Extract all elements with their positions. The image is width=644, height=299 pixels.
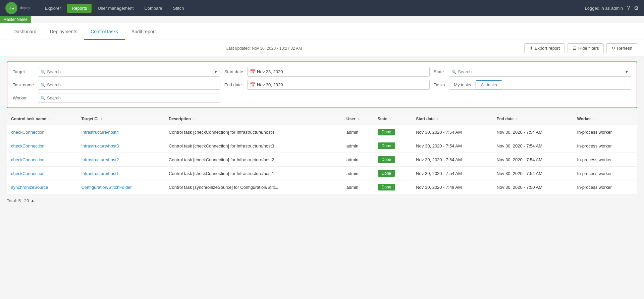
target-ci-link[interactable]: Infrastructure/host4 — [81, 130, 119, 135]
worker-input[interactable] — [38, 93, 220, 103]
filters-box: Target 🔍 ▼ Start date 📅 State 🔍 ▼ Task n… — [7, 61, 637, 108]
cell-description: Control task [synchronizeSource] for Con… — [165, 180, 342, 194]
sort-icon-task-name: ↕ — [48, 117, 50, 121]
cell-user: admin — [342, 167, 374, 180]
col-start-date[interactable]: Start date ↓ — [412, 113, 492, 125]
col-target-ci[interactable]: Target CI ↕ — [77, 113, 165, 125]
col-worker[interactable]: Worker ↕ — [573, 113, 637, 125]
cell-start-date: Nov 30, 2020 - 7:54 AM — [412, 153, 492, 167]
help-icon[interactable]: ? — [627, 5, 630, 11]
my-tasks-button[interactable]: My tasks — [449, 80, 476, 89]
cell-state: Done — [374, 153, 412, 167]
target-search-icon: 🔍 — [41, 70, 46, 74]
task-name-link[interactable]: checkConnection — [11, 130, 45, 135]
svg-text:d.ai: d.ai — [9, 7, 14, 10]
nav-item-reports[interactable]: Reports — [67, 4, 92, 13]
end-date-wrap: 📅 — [247, 80, 430, 90]
cell-target-ci: Infrastructure/host3 — [77, 139, 165, 153]
hide-filters-label: Hide filters — [578, 46, 599, 51]
state-badge: Done — [378, 142, 395, 149]
start-date-input[interactable] — [247, 67, 430, 77]
cell-user: admin — [342, 125, 374, 139]
cell-state: Done — [374, 180, 412, 194]
cell-end-date: Nov 30, 2020 - 7:54 AM — [492, 167, 573, 180]
per-page-value: 20 — [24, 198, 29, 203]
cell-description: Control task [checkConnection] for Infra… — [165, 125, 342, 139]
cell-description: Control task [checkConnection] for Infra… — [165, 139, 342, 153]
task-name-input[interactable] — [38, 80, 220, 90]
table-row: checkConnection Infrastructure/host4 Con… — [7, 125, 637, 139]
refresh-button[interactable]: ↻ Refresh — [606, 43, 637, 53]
tasks-label: Tasks — [434, 82, 445, 87]
col-task-name[interactable]: Control task name ↕ — [7, 113, 77, 125]
filters-grid: Target 🔍 ▼ Start date 📅 State 🔍 ▼ Task n… — [13, 67, 631, 103]
cell-description: Control task [checkConnection] for Infra… — [165, 167, 342, 180]
cell-state: Done — [374, 167, 412, 180]
col-user[interactable]: User ↕ — [342, 113, 374, 125]
table-row: checkConnection Infrastructure/host3 Con… — [7, 139, 637, 153]
col-state[interactable]: State ↕ — [374, 113, 412, 125]
cell-end-date: Nov 30, 2020 - 7:54 AM — [492, 139, 573, 153]
state-badge: Done — [378, 156, 395, 163]
task-name-search-icon: 🔍 — [41, 83, 46, 87]
target-ci-link[interactable]: Infrastructure/host3 — [81, 143, 119, 148]
sort-icon-target-ci: ↕ — [101, 117, 102, 121]
logo-text: deploy — [20, 6, 30, 10]
hide-filters-button[interactable]: ☰ Hide filters — [568, 43, 604, 53]
nav-item-user-management[interactable]: User management — [93, 4, 138, 13]
toolbar-area: Last updated: Nov 30, 2020 - 10:27:32 AM… — [0, 40, 644, 57]
task-name-label: Task name — [13, 82, 34, 87]
task-name-link[interactable]: synchronizeSource — [11, 185, 48, 190]
cell-target-ci: Infrastructure/host1 — [77, 167, 165, 180]
nav-item-explorer[interactable]: Explorer — [40, 4, 65, 13]
export-report-button[interactable]: ⬇ Export report — [524, 43, 565, 53]
end-date-label: End date — [224, 82, 243, 87]
per-page-arrow-icon: ▲ — [30, 198, 35, 203]
target-ci-link[interactable]: Infrastructure/host2 — [81, 157, 119, 162]
cell-task-name: checkConnection — [7, 139, 77, 153]
cell-worker: In-process worker — [573, 153, 637, 167]
task-name-link[interactable]: checkConnection — [11, 157, 45, 162]
tasks-toggle: My tasks All tasks — [449, 80, 631, 90]
per-page-select[interactable]: 20 ▲ — [24, 198, 35, 203]
table-row: synchronizeSource Configuration/StitchFo… — [7, 180, 637, 194]
end-date-input[interactable] — [247, 80, 430, 90]
cell-worker: In-process worker — [573, 125, 637, 139]
col-description[interactable]: Description ↕ — [165, 113, 342, 125]
cell-state: Done — [374, 125, 412, 139]
settings-icon[interactable]: ⚙ — [634, 5, 639, 11]
nav-item-compare[interactable]: Compare — [140, 4, 167, 13]
worker-label: Worker — [13, 95, 34, 100]
tab-deployments[interactable]: Deployments — [43, 23, 84, 40]
nav-items: Explorer Reports User management Compare… — [40, 4, 585, 13]
worker-search-icon: 🔍 — [41, 96, 46, 100]
control-tasks-table: Control task name ↕ Target CI ↕ Descript… — [7, 113, 637, 194]
logo-area: d.ai deploy — [5, 2, 30, 14]
refresh-icon: ↻ — [611, 46, 615, 51]
top-nav: d.ai deploy Explorer Reports User manage… — [0, 0, 644, 16]
cell-end-date: Nov 30, 2020 - 7:50 AM — [492, 180, 573, 194]
all-tasks-button[interactable]: All tasks — [476, 80, 502, 89]
task-name-link[interactable]: checkConnection — [11, 143, 45, 148]
task-name-input-wrap: 🔍 — [38, 80, 220, 90]
state-input[interactable] — [449, 67, 631, 77]
start-date-label: Start date — [224, 69, 243, 74]
target-ci-link[interactable]: Configuration/StitchFolder — [81, 185, 131, 190]
task-name-link[interactable]: checkConnection — [11, 171, 45, 176]
cell-worker: In-process worker — [573, 167, 637, 180]
nav-item-stitch[interactable]: Stitch — [168, 4, 189, 13]
sort-icon-user: ↕ — [358, 117, 359, 121]
target-input[interactable] — [38, 67, 220, 77]
sort-icon-worker: ↕ — [593, 117, 595, 121]
cell-worker: In-process worker — [573, 180, 637, 194]
cell-task-name: checkConnection — [7, 153, 77, 167]
tab-control-tasks[interactable]: Control tasks — [84, 23, 125, 40]
tab-audit-report[interactable]: Audit report — [125, 23, 162, 40]
cell-target-ci: Infrastructure/host4 — [77, 125, 165, 139]
state-search-icon: 🔍 — [451, 70, 457, 74]
tab-dashboard[interactable]: Dashboard — [7, 23, 43, 40]
logged-in-label: Logged in as admin — [585, 6, 623, 11]
sort-icon-start-date: ↓ — [437, 117, 438, 121]
target-ci-link[interactable]: Infrastructure/host1 — [81, 171, 119, 176]
col-end-date[interactable]: End date ↕ — [492, 113, 573, 125]
